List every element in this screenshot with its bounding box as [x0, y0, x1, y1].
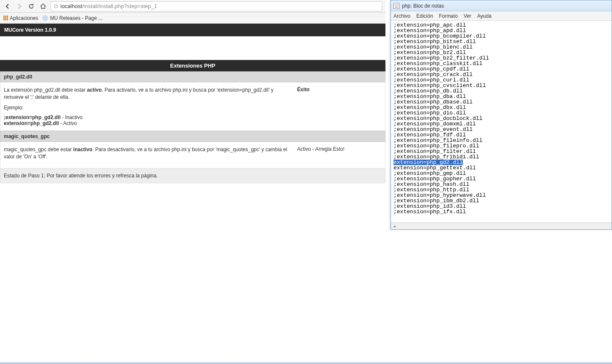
magic-status: Activo - Arregla Esto! — [297, 146, 382, 164]
url-text: localhost/install/install.php?step=step_… — [60, 3, 157, 9]
gd2-status: Éxito — [297, 87, 382, 126]
home-button[interactable] — [39, 2, 47, 11]
magic-description: magic_quotes_gpc debe estar inactivo. Pa… — [4, 146, 297, 164]
page-icon: 🗋 — [54, 3, 59, 9]
gd2-subheader: php_gd2.dll — [0, 71, 385, 82]
apps-bookmark[interactable]: Aplicaciones — [3, 15, 38, 21]
url-bar[interactable]: 🗋 localhost/install/install.php?step=ste… — [51, 1, 382, 11]
menu-view[interactable]: Ver — [464, 13, 471, 19]
bookmarks-bar: Aplicaciones MU Releases - Page ... — [0, 13, 385, 24]
notepad-titlebar[interactable]: php: Bloc de notas — [391, 0, 612, 11]
apps-label: Aplicaciones — [10, 15, 38, 21]
menu-format[interactable]: Formato — [439, 13, 458, 19]
gd2-row: La extensión php_gd2.dll debe estar acti… — [0, 82, 385, 131]
favicon-icon — [42, 15, 48, 21]
mu-releases-label: MU Releases - Page ... — [50, 15, 102, 21]
page-title: MUCore Version 1.0.9 — [0, 24, 385, 36]
step-status: Estado de Paso 1: Por favor atiende los … — [0, 168, 385, 183]
gd2-description: La extensión php_gd2.dll debe estar acti… — [4, 87, 297, 126]
notepad-menubar: Archivo Edición Formato Ver Ayuda — [391, 11, 612, 21]
arrow-right-icon — [16, 3, 23, 10]
horizontal-scrollbar[interactable]: ◂ — [391, 223, 612, 229]
arrow-left-icon — [4, 3, 11, 10]
forward-button[interactable] — [15, 2, 24, 11]
browser-toolbar: 🗋 localhost/install/install.php?step=ste… — [0, 0, 385, 13]
reload-icon — [28, 3, 35, 10]
notepad-text-area[interactable]: ;extension=php_apc.dll;extension=php_apd… — [391, 21, 612, 223]
url-path: /install/install.php?step=step_1 — [82, 3, 157, 9]
magic-subheader: magic_quotes_gpc — [0, 131, 385, 142]
menu-file[interactable]: Archivo — [393, 13, 410, 19]
back-button[interactable] — [3, 2, 12, 11]
notepad-window: php: Bloc de notas Archivo Edición Forma… — [391, 0, 612, 230]
notepad-line: ;extension=php_ifx.dll — [393, 209, 609, 215]
scroll-left-icon: ◂ — [391, 223, 398, 230]
notepad-icon — [393, 3, 399, 9]
mu-releases-bookmark[interactable]: MU Releases - Page ... — [42, 15, 102, 21]
page-content: MUCore Version 1.0.9 Extensiones PHP php… — [0, 24, 385, 183]
notepad-title: php: Bloc de notas — [402, 3, 444, 9]
section-title: Extensiones PHP — [0, 60, 385, 71]
apps-icon — [3, 16, 8, 20]
taskbar-edge — [0, 362, 612, 364]
menu-edit[interactable]: Edición — [416, 13, 433, 19]
menu-help[interactable]: Ayuda — [477, 13, 492, 19]
magic-row: magic_quotes_gpc debe estar inactivo. Pa… — [0, 142, 385, 168]
reload-button[interactable] — [27, 2, 36, 11]
url-host: localhost — [60, 3, 82, 9]
home-icon — [40, 3, 46, 10]
